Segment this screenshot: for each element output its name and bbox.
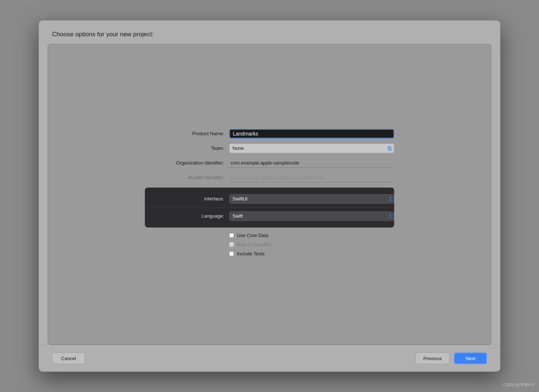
interface-select[interactable]: SwiftUI Storyboard xyxy=(229,194,394,204)
interface-select-wrapper: SwiftUI Storyboard ▲ ▼ xyxy=(229,194,394,204)
dialog-content: Product Name: Team: None ⬡ ⇅ Organizatio… xyxy=(48,44,491,345)
product-name-row: Product Name: xyxy=(145,129,394,138)
language-row: Language: Swift Objective-C ▲ ▼ xyxy=(145,208,394,224)
language-select-wrapper: Swift Objective-C ▲ ▼ xyxy=(229,211,394,221)
bundle-identifier-value: com.example.apple-samplecode.Landmarks xyxy=(229,173,394,182)
footer-right: Previous Next xyxy=(415,352,487,364)
dialog-header: Choose options for your new project: xyxy=(39,21,500,44)
host-in-cloudkit-checkbox[interactable] xyxy=(229,242,234,247)
footer-left: Cancel xyxy=(52,352,85,364)
interface-label: Interface: xyxy=(145,196,229,201)
interface-row: Interface: SwiftUI Storyboard ▲ ▼ xyxy=(145,191,394,208)
form-container: Product Name: Team: None ⬡ ⇅ Organizatio… xyxy=(145,129,394,260)
org-identifier-row: Organization Identifier: xyxy=(145,158,394,168)
team-select-wrapper: None ⬡ ⇅ xyxy=(229,144,394,153)
use-core-data-label: Use Core Data xyxy=(237,233,268,238)
language-label: Language: xyxy=(145,213,229,219)
team-select[interactable]: None xyxy=(229,144,394,153)
team-label: Team: xyxy=(145,145,229,151)
product-name-label: Product Name: xyxy=(145,131,229,136)
use-core-data-row: Use Core Data xyxy=(229,233,394,238)
product-name-input[interactable] xyxy=(229,129,394,138)
next-button[interactable]: Next xyxy=(454,352,487,364)
org-identifier-label: Organization Identifier: xyxy=(145,160,229,166)
host-in-cloudkit-label: Host in CloudKit xyxy=(237,242,271,247)
org-identifier-input[interactable] xyxy=(229,158,394,168)
cancel-button[interactable]: Cancel xyxy=(52,352,85,364)
use-core-data-checkbox[interactable] xyxy=(229,233,234,238)
language-select[interactable]: Swift Objective-C xyxy=(229,211,394,221)
bundle-identifier-row: Bundle Identifier: com.example.apple-sam… xyxy=(145,173,394,182)
watermark: CSDN @宇夜iOS xyxy=(503,382,535,388)
previous-button[interactable]: Previous xyxy=(415,352,450,364)
dialog-footer: Cancel Previous Next xyxy=(39,345,500,371)
bundle-identifier-label: Bundle Identifier: xyxy=(145,175,229,180)
include-tests-checkbox[interactable] xyxy=(229,251,234,256)
dialog-title: Choose options for your new project: xyxy=(52,31,154,38)
include-tests-label: Include Tests xyxy=(237,251,265,256)
team-row: Team: None ⬡ ⇅ xyxy=(145,144,394,153)
dark-section: Interface: SwiftUI Storyboard ▲ ▼ xyxy=(145,188,394,228)
include-tests-row: Include Tests xyxy=(229,251,394,256)
dialog: Choose options for your new project: Pro… xyxy=(38,20,500,372)
host-in-cloudkit-row: Host in CloudKit xyxy=(229,242,394,247)
